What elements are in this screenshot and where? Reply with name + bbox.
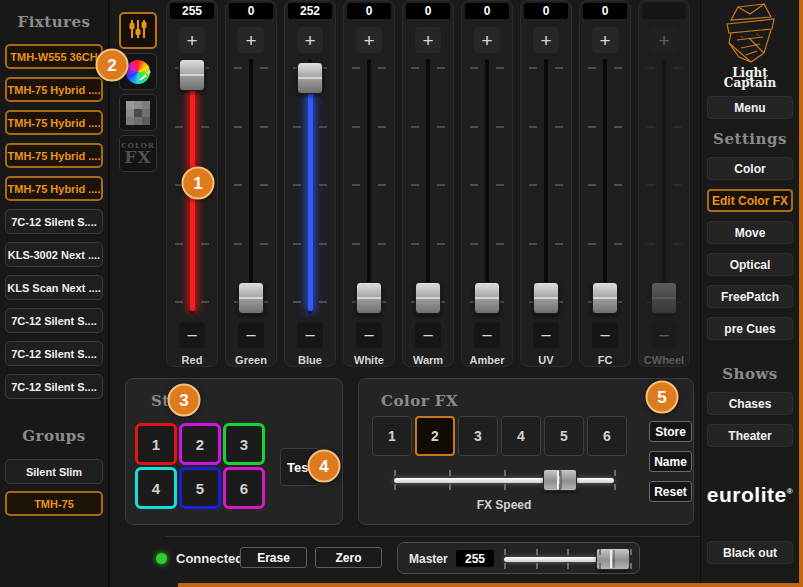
name-button[interactable]: Name xyxy=(649,451,692,472)
fader-track[interactable] xyxy=(344,59,394,314)
fixture-item[interactable]: TMH-75 Hybrid .... xyxy=(5,176,103,201)
fader-tick xyxy=(496,184,504,186)
menu-button[interactable]: Menu xyxy=(707,96,793,119)
view-toolbar: COLOR FX xyxy=(119,12,161,172)
fader-handle[interactable] xyxy=(179,59,205,91)
eurolite-logo: eurolite® xyxy=(707,483,793,507)
settings-menu-item[interactable]: pre Cues xyxy=(707,317,793,340)
fx-speed-slider[interactable] xyxy=(394,467,614,493)
group-item[interactable]: Silent Slim xyxy=(5,459,103,484)
fader-decrement-button[interactable]: − xyxy=(297,322,323,348)
dimmer-view-button[interactable] xyxy=(119,94,157,131)
fader-increment-button[interactable]: + xyxy=(651,27,677,53)
fader-handle[interactable] xyxy=(415,282,441,314)
color-fx-slot-button[interactable]: 4 xyxy=(501,416,541,456)
fader-decrement-button[interactable]: − xyxy=(356,322,382,348)
color-fx-slot-button[interactable]: 6 xyxy=(587,416,627,456)
fader-handle[interactable] xyxy=(297,62,323,94)
settings-menu-item[interactable]: Edit Color FX xyxy=(707,189,793,212)
fader-track[interactable] xyxy=(403,59,453,314)
master-slider[interactable] xyxy=(504,546,630,572)
shows-menu-item[interactable]: Chases xyxy=(707,392,793,415)
step-button[interactable]: 1 xyxy=(135,423,177,465)
color-fx-slot-button[interactable]: 3 xyxy=(458,416,498,456)
color-fx-slot-button[interactable]: 2 xyxy=(415,416,455,456)
fx-speed-label: FX Speed xyxy=(394,498,614,512)
fader-increment-button[interactable]: + xyxy=(238,27,264,53)
fixture-item[interactable]: KLS Scan Next .... xyxy=(5,275,103,300)
fader-decrement-button[interactable]: − xyxy=(415,322,441,348)
color-fx-slot-button[interactable]: 1 xyxy=(372,416,412,456)
fader-tick xyxy=(319,301,327,303)
zero-button[interactable]: Zero xyxy=(315,547,382,568)
fixture-item[interactable]: TMH-75 Hybrid .... xyxy=(5,110,103,135)
fader-tick xyxy=(234,243,242,245)
fader-decrement-button[interactable]: − xyxy=(651,322,677,348)
master-value: 255 xyxy=(456,550,494,567)
settings-menu-item[interactable]: FreePatch xyxy=(707,285,793,308)
blackout-button[interactable]: Black out xyxy=(707,541,793,564)
fader-decrement-button[interactable]: − xyxy=(238,322,264,348)
fader-increment-button[interactable]: + xyxy=(356,27,382,53)
fader-handle[interactable] xyxy=(474,282,500,314)
fader-channel: 252+−Blue xyxy=(284,0,336,367)
fixture-item[interactable]: 7C-12 Silent S.... xyxy=(5,209,103,234)
reset-button[interactable]: Reset xyxy=(649,481,692,502)
step-button[interactable]: 3 xyxy=(223,423,265,465)
color-fx-slot-button[interactable]: 5 xyxy=(544,416,584,456)
fader-track[interactable] xyxy=(226,59,276,314)
fader-track[interactable] xyxy=(521,59,571,314)
shows-menu-item[interactable]: Theater xyxy=(707,424,793,447)
settings-menu-item[interactable]: Color xyxy=(707,157,793,180)
fader-increment-button[interactable]: + xyxy=(592,27,618,53)
fixtures-sidebar: Fixtures TMH-W555 36CHTMH-75 Hybrid ....… xyxy=(0,0,110,587)
fader-value: 0 xyxy=(465,3,509,19)
fader-increment-button[interactable]: + xyxy=(415,27,441,53)
fader-channel-label: Green xyxy=(235,354,267,366)
fader-handle[interactable] xyxy=(533,282,559,314)
fader-handle[interactable] xyxy=(592,282,618,314)
fader-tick xyxy=(201,126,209,128)
fixture-item[interactable]: KLS-3002 Next .... xyxy=(5,242,103,267)
fader-decrement-button[interactable]: − xyxy=(592,322,618,348)
fixture-item[interactable]: TMH-75 Hybrid .... xyxy=(5,77,103,102)
slider-tick xyxy=(449,484,451,490)
fader-track[interactable] xyxy=(462,59,512,314)
settings-menu-item[interactable]: Move xyxy=(707,221,793,244)
fader-decrement-button[interactable]: − xyxy=(179,322,205,348)
fader-track[interactable] xyxy=(639,59,689,314)
fader-increment-button[interactable]: + xyxy=(297,27,323,53)
master-handle[interactable] xyxy=(596,548,630,570)
annotation-marker: 1 xyxy=(182,167,215,200)
fader-decrement-button[interactable]: − xyxy=(474,322,500,348)
fader-increment-button[interactable]: + xyxy=(474,27,500,53)
fixture-item[interactable]: 7C-12 Silent S.... xyxy=(5,308,103,333)
fader-track[interactable] xyxy=(285,59,335,314)
settings-menu-item[interactable]: Optical xyxy=(707,253,793,276)
store-button[interactable]: Store xyxy=(649,421,692,442)
fader-track-line xyxy=(603,59,607,314)
fader-tick xyxy=(470,184,478,186)
faders-view-button[interactable] xyxy=(119,12,157,49)
group-item[interactable]: TMH-75 xyxy=(5,491,103,516)
fixture-item[interactable]: TMH-W555 36CH xyxy=(5,44,103,69)
fader-track[interactable] xyxy=(580,59,630,314)
step-button[interactable]: 6 xyxy=(223,467,265,509)
step-button[interactable]: 2 xyxy=(179,423,221,465)
erase-button[interactable]: Erase xyxy=(240,547,307,568)
step-button[interactable]: 5 xyxy=(179,467,221,509)
fader-tick xyxy=(437,67,445,69)
fader-increment-button[interactable]: + xyxy=(533,27,559,53)
fader-handle[interactable] xyxy=(651,282,677,314)
fader-channel: 0+−FC xyxy=(579,0,631,367)
fader-handle[interactable] xyxy=(356,282,382,314)
fader-handle[interactable] xyxy=(238,282,264,314)
step-button[interactable]: 4 xyxy=(135,467,177,509)
fader-decrement-button[interactable]: − xyxy=(533,322,559,348)
fader-channel-label: Amber xyxy=(470,354,505,366)
fader-increment-button[interactable]: + xyxy=(179,27,205,53)
color-fx-view-button[interactable]: COLOR FX xyxy=(119,135,157,172)
fixture-item[interactable]: 7C-12 Silent S.... xyxy=(5,341,103,366)
fixture-item[interactable]: TMH-75 Hybrid .... xyxy=(5,143,103,168)
fixture-item[interactable]: 7C-12 Silent S.... xyxy=(5,374,103,399)
